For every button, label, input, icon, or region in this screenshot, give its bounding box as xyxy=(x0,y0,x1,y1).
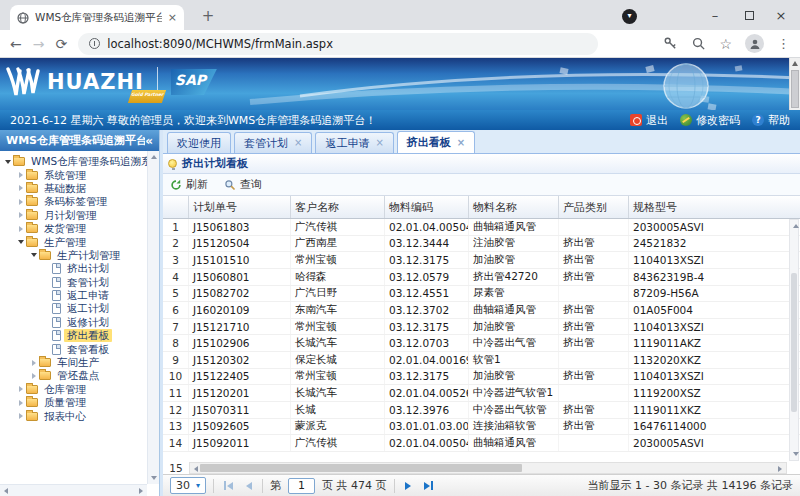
tree-item[interactable]: 返修计划 xyxy=(0,316,147,329)
scrollbar-thumb[interactable] xyxy=(791,70,799,108)
info-icon[interactable] xyxy=(89,38,100,49)
logout-button[interactable]: 退出 xyxy=(630,113,668,128)
scroll-down-icon[interactable] xyxy=(151,476,157,480)
column-header[interactable]: 产品类别 xyxy=(559,196,629,218)
scroll-right-icon[interactable] xyxy=(139,488,143,494)
expander-icon[interactable] xyxy=(16,212,25,218)
tree-item[interactable]: 挤出看板 xyxy=(0,329,147,342)
tree-item[interactable]: 报表中心 xyxy=(0,409,147,422)
tab-welcome[interactable]: 欢迎使用 xyxy=(167,132,231,153)
tree-item[interactable]: 质量管理 xyxy=(0,396,147,409)
expander-icon[interactable] xyxy=(16,199,25,205)
expander-icon[interactable] xyxy=(3,160,12,164)
new-tab-button[interactable]: + xyxy=(198,7,218,27)
window-close-button[interactable]: × xyxy=(764,0,798,30)
back-icon[interactable]: ← xyxy=(10,37,22,51)
browser-menu-icon[interactable]: ⋮ xyxy=(777,36,790,51)
table-row[interactable]: 14J15092011广汽传祺02.01.04.00504曲轴箱通风管20300… xyxy=(163,435,800,452)
expander-icon[interactable] xyxy=(16,226,25,232)
scroll-up-icon[interactable] xyxy=(792,61,798,66)
expander-icon[interactable] xyxy=(16,185,25,191)
sidebar-vertical-scrollbar[interactable] xyxy=(147,151,159,484)
table-row[interactable]: 6J16020109东南汽车03.12.3702曲轴箱通风管挤出管01A05F0… xyxy=(163,302,800,319)
tree-item[interactable]: 仓库管理 xyxy=(0,383,147,396)
expander-icon[interactable] xyxy=(16,240,25,244)
scroll-right-icon[interactable] xyxy=(778,466,782,472)
grid-horizontal-scrollbar[interactable] xyxy=(189,462,787,474)
scrollbar-thumb[interactable] xyxy=(791,273,797,412)
scroll-up-icon[interactable] xyxy=(793,224,799,228)
tab-close-icon[interactable]: × xyxy=(457,138,465,148)
password-key-icon[interactable] xyxy=(663,36,678,51)
column-header[interactable]: 客户名称 xyxy=(291,196,385,218)
tree-item[interactable]: 管坯盘点 xyxy=(0,369,147,382)
table-row[interactable]: 3J15101510常州宝顿03.12.3175加油胶管挤出管1104013XS… xyxy=(163,252,800,269)
column-header[interactable]: 物料编码 xyxy=(385,196,469,218)
expander-icon[interactable] xyxy=(29,360,38,366)
scroll-down-icon[interactable] xyxy=(793,452,799,456)
tree-item[interactable]: 套管计划 xyxy=(0,276,147,289)
expander-icon[interactable] xyxy=(29,373,38,379)
table-row[interactable]: 8J15102906长城汽车03.12.0703中冷器出气管挤出管1119011… xyxy=(163,335,800,352)
profile-avatar[interactable] xyxy=(745,34,764,53)
tree-item[interactable]: 挤出计划 xyxy=(0,262,147,275)
table-row[interactable]: 7J15121710常州宝顿03.12.3175加油胶管挤出管1104013XS… xyxy=(163,319,800,336)
window-minimize-button[interactable]: – xyxy=(698,0,732,30)
table-row[interactable]: 9J15120302保定长城02.01.04.00169软管11132020XK… xyxy=(163,352,800,369)
grid-vertical-scrollbar[interactable] xyxy=(789,219,799,461)
table-row[interactable]: 11J15120201长城汽车02.01.04.00526中冷器进气软管1111… xyxy=(163,385,800,402)
tree-item[interactable]: 套管看板 xyxy=(0,342,147,355)
sidebar-horizontal-scrollbar[interactable] xyxy=(0,484,147,496)
tree-item[interactable]: 返工计划 xyxy=(0,302,147,315)
scrollbar-thumb[interactable] xyxy=(200,464,522,472)
expander-icon[interactable] xyxy=(16,172,25,178)
column-header[interactable]: 规格型号 xyxy=(629,196,800,218)
table-row[interactable]: 2J15120504广西南星03.12.3444注油胶管挤出管24521832 xyxy=(163,236,800,253)
tree-item[interactable]: 生产管理 xyxy=(0,235,147,248)
tree-item[interactable]: 月计划管理 xyxy=(0,209,147,222)
tab-casing-plan[interactable]: 套管计划 × xyxy=(234,132,312,153)
tab-strip-menu-icon[interactable]: ▾ xyxy=(622,9,637,24)
expander-icon[interactable] xyxy=(29,253,38,257)
scroll-left-icon[interactable] xyxy=(4,488,8,494)
tab-rework-request[interactable]: 返工申请 × xyxy=(315,132,393,153)
search-button[interactable]: 查询 xyxy=(224,177,262,192)
tree-item[interactable]: 系统管理 xyxy=(0,168,147,181)
help-button[interactable]: ? 帮助 xyxy=(752,113,790,128)
url-bar[interactable]: localhost:8090/MCHWMS/frmMain.aspx xyxy=(78,33,598,55)
table-row[interactable]: 5J15082702广汽日野03.12.4551尿素管87209-H56A xyxy=(163,286,800,303)
tree-item[interactable]: 发货管理 xyxy=(0,222,147,235)
table-row[interactable]: 12J15070311长城03.12.3976中冷器出气软管挤出管1119011… xyxy=(163,402,800,419)
zoom-icon[interactable] xyxy=(691,36,706,51)
column-header[interactable]: 物料名称 xyxy=(469,196,559,218)
page-size-select[interactable]: 30 ▾ xyxy=(170,477,206,494)
table-row[interactable]: 4J15060801哈得森03.12.0579挤出管42720挤出管843623… xyxy=(163,269,800,286)
expander-icon[interactable] xyxy=(16,400,25,406)
reload-icon[interactable]: ⟳ xyxy=(55,37,67,51)
table-row[interactable]: 10J15122405常州宝顿03.12.3175加油胶管挤出管1104013X… xyxy=(163,369,800,386)
next-page-button[interactable] xyxy=(402,482,414,490)
scroll-left-icon[interactable] xyxy=(194,466,198,472)
sidebar-collapse-icon[interactable]: « xyxy=(145,134,153,148)
table-row[interactable]: 1J15061803广汽传祺02.01.04.00504曲轴箱通风管203000… xyxy=(163,219,800,236)
bookmark-star-icon[interactable]: ☆ xyxy=(719,37,732,51)
page-number-input[interactable] xyxy=(288,478,315,494)
tab-extrusion-board[interactable]: 挤出看板 × xyxy=(397,131,475,153)
browser-tab[interactable]: WMS仓库管理条码追溯平台 × xyxy=(10,5,184,30)
column-header[interactable]: 计划单号 xyxy=(189,196,291,218)
tab-close-icon[interactable]: × xyxy=(168,12,177,23)
tab-close-icon[interactable]: × xyxy=(375,138,383,148)
table-row[interactable]: 13J15092605蒙派克03.01.01.03.00152连接油箱软管挤出管… xyxy=(163,419,800,436)
change-password-button[interactable]: 修改密码 xyxy=(680,113,740,128)
window-maximize-button[interactable] xyxy=(732,0,766,30)
tree-item[interactable]: 条码标签管理 xyxy=(0,195,147,208)
tree-item[interactable]: 车间生产 xyxy=(0,356,147,369)
expander-icon[interactable] xyxy=(16,413,25,419)
scroll-up-icon[interactable] xyxy=(151,155,157,159)
tab-close-icon[interactable]: × xyxy=(294,138,302,148)
tree-item[interactable]: 生产计划管理 xyxy=(0,249,147,262)
last-page-button[interactable] xyxy=(421,481,436,490)
expander-icon[interactable] xyxy=(16,386,25,392)
refresh-button[interactable]: 刷新 xyxy=(170,177,208,192)
tree-item[interactable]: WMS仓库管理条码追溯系统 xyxy=(0,155,147,168)
